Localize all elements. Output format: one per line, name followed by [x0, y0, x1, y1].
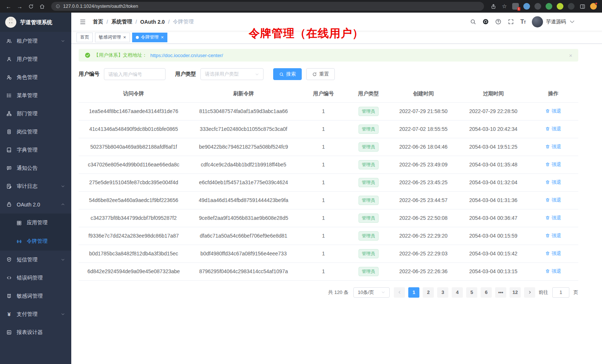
sidebar-item-payment[interactable]: ¥ 支付管理 [0, 305, 71, 323]
sidebar-item-error-code[interactable]: 错误码管理 [0, 269, 71, 287]
page-number-button[interactable]: 3 [437, 287, 448, 298]
browser-reload-button[interactable] [26, 1, 36, 11]
browser-back-button[interactable]: ← [4, 1, 13, 11]
sidebar-item-menu[interactable]: 菜单管理 [0, 86, 71, 105]
sidebar-item-role[interactable]: 角色管理 [0, 68, 71, 86]
sidebar-item-dict[interactable]: 字典管理 [0, 141, 71, 159]
header-search-button[interactable] [470, 19, 476, 25]
sidebar-item-label: 应用管理 [27, 219, 48, 226]
tab-close-icon[interactable]: × [161, 35, 164, 40]
pay-yen-icon: ¥ [6, 311, 12, 317]
browser-profile-avatar[interactable] [590, 3, 597, 10]
user-menu[interactable]: 芋道源码 [532, 16, 575, 27]
sidebar-item-notice[interactable]: 通知公告 [0, 159, 71, 177]
sidebar-item-tenant[interactable]: 租户管理 [0, 32, 71, 50]
chevron-down-icon [61, 184, 65, 188]
table-row: 1ea5e44f8bc1467aaede43144f31de76 811c530… [79, 102, 578, 120]
extension-blue-icon[interactable] [523, 3, 530, 10]
tab-token-manage[interactable]: 令牌管理 × [132, 33, 168, 42]
breadcrumb-home[interactable]: 首页 [93, 19, 103, 25]
page-number-button[interactable]: 2 [423, 287, 434, 298]
breadcrumb-separator: / [107, 19, 108, 25]
prev-page-button[interactable] [394, 287, 405, 298]
force-logout-button[interactable]: 强退 [545, 215, 561, 221]
sidebar-item-label: 错误码管理 [17, 275, 43, 281]
site-info-icon[interactable] [56, 4, 60, 9]
sidebar-logo[interactable]: 芋道管理系统 [0, 13, 71, 32]
help-button[interactable] [495, 19, 501, 25]
page-number-button[interactable]: 12 [510, 287, 521, 298]
extension-dark-globe-icon[interactable] [534, 3, 541, 10]
reset-button[interactable]: 重置 [306, 68, 335, 80]
alert-text: 【用户体系】文档地址： [94, 52, 147, 59]
tab-close-icon[interactable]: × [123, 35, 126, 40]
force-logout-button[interactable]: 强退 [545, 179, 561, 186]
page-size-select[interactable]: 10条/页 [353, 287, 390, 298]
font-size-button[interactable]: TT [520, 19, 526, 25]
breadcrumb-oauth[interactable]: OAuth 2.0 [140, 19, 165, 25]
force-logout-button[interactable]: 强退 [545, 108, 561, 115]
force-logout-button[interactable]: 强退 [545, 268, 561, 275]
force-logout-button[interactable]: 强退 [545, 232, 561, 239]
force-logout-button[interactable]: 强退 [545, 197, 561, 203]
sidebar-item-sms[interactable]: 短信管理 [0, 251, 71, 269]
sidebar-item-audit-log[interactable]: 审计日志 [0, 177, 71, 195]
create-time-value: 2022-06-25 23:44:57 [399, 197, 448, 203]
fullscreen-button[interactable] [508, 19, 514, 25]
force-logout-label: 强退 [552, 161, 561, 168]
page-ellipsis[interactable]: ••• [495, 287, 506, 298]
sidebar-item-sensitive-word[interactable]: 敏感词管理 [0, 287, 71, 305]
extension-grid-icon[interactable]: 1 [512, 3, 519, 10]
access-token-value: b0d1785bc3a8482f812db4a3f3bd15ec [89, 251, 178, 257]
sidebar-item-report-designer[interactable]: 报表设计器 [0, 323, 71, 341]
extension-lime-icon[interactable] [557, 3, 563, 10]
user-type-badge: 管理员 [359, 178, 379, 187]
bookmark-star-button[interactable]: ☆ [500, 1, 509, 11]
force-logout-button[interactable]: 强退 [545, 250, 561, 257]
sidebar-item-post[interactable]: 岗位管理 [0, 123, 71, 141]
expire-time-value: 2054-03-04 00:13:15 [469, 268, 517, 274]
force-logout-button[interactable]: 强退 [545, 126, 561, 132]
sidebar-toggle-button[interactable] [76, 16, 89, 28]
split-view-button[interactable] [578, 1, 587, 11]
page-number-button[interactable]: 5 [466, 287, 477, 298]
doc-link[interactable]: https://doc.iocoder.cn/user-center/ [150, 53, 223, 58]
sidebar-item-user[interactable]: 用户管理 [0, 50, 71, 68]
chevron-down-icon [61, 258, 65, 262]
share-button[interactable] [488, 1, 498, 11]
sidebar-item-label: 部门管理 [17, 110, 37, 117]
user-id-input[interactable] [108, 72, 161, 77]
col-refresh-token: 刷新令牌 [189, 85, 298, 102]
browser-home-button[interactable] [37, 1, 47, 11]
token-broadcast-icon [16, 239, 22, 244]
search-icon [279, 72, 284, 77]
tab-sensitive-word[interactable]: 敏感词管理 × [95, 33, 130, 42]
url-bar[interactable]: 127.0.0.1:1024/system/oauth2/token [51, 2, 484, 11]
github-button[interactable] [482, 19, 489, 25]
sidebar-item-token-manage[interactable]: 令牌管理 [0, 232, 71, 251]
user-type-select[interactable]: 请选择用户类型 [200, 68, 264, 80]
create-time-value: 2022-07-02 18:55:55 [399, 126, 448, 132]
page-number-button[interactable]: 4 [452, 287, 463, 298]
sidebar-item-label: 支付管理 [17, 311, 37, 318]
goto-page-input[interactable] [552, 287, 569, 298]
tab-home[interactable]: 首页 [76, 33, 93, 42]
audit-log-icon [6, 183, 12, 189]
sidebar-item-app-manage[interactable]: 应用管理 [0, 214, 71, 232]
force-logout-button[interactable]: 强退 [545, 143, 561, 150]
expire-time-value: 2054-03-04 01:32:04 [469, 179, 517, 185]
extension-green-icon[interactable] [546, 3, 552, 10]
sidebar-item-dept[interactable]: 部门管理 [0, 105, 71, 123]
next-page-button[interactable] [524, 287, 535, 298]
breadcrumb-system[interactable]: 系统管理 [111, 19, 132, 25]
alert-close-icon[interactable]: × [569, 52, 572, 59]
force-logout-button[interactable]: 强退 [545, 161, 561, 168]
sidebar-item-oauth[interactable]: OAuth 2.0 [0, 195, 71, 214]
app-title: 芋道管理系统 [20, 19, 52, 26]
page-number-button[interactable]: 6 [481, 287, 492, 298]
extension-paw-icon[interactable] [568, 3, 575, 10]
page-number-button[interactable]: 1 [408, 287, 419, 298]
search-button[interactable]: 搜索 [273, 68, 302, 80]
browser-forward-button[interactable]: → [15, 1, 24, 11]
table-row: c347026e805e4d99b0d116eae66eda8c cdfc4ce… [79, 156, 578, 173]
